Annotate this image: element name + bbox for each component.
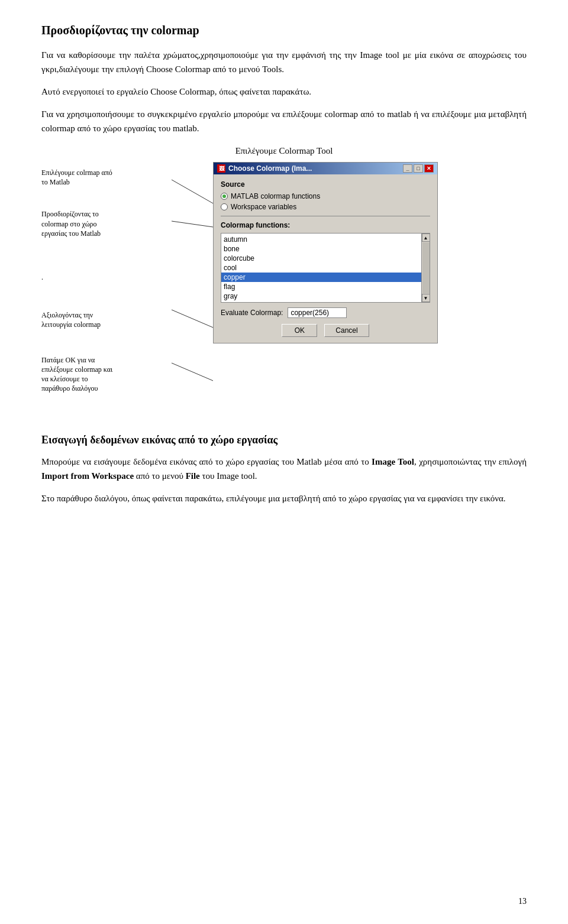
separator [221,216,430,216]
paragraph-3: Για να χρησιμοποιήσουμε το συγκεκριμένο … [41,107,527,135]
diagram-labels: Επιλέγουμε colrmap απότο Matlab Προσδιορ… [41,162,166,416]
scroll-up-arrow[interactable]: ▲ [422,234,430,242]
dialog-buttons: OK Cancel [221,324,430,337]
choose-colormap-dialog: 🖼 Choose Colormap (Ima... _ □ ✕ Source M… [213,162,438,343]
ok-button[interactable]: OK [282,324,317,337]
radio-matlab-label: MATLAB colormap functions [231,192,320,200]
center-label: Επιλέγουμε Colormap Tool [41,146,527,156]
dialog-content: Source MATLAB colormap functions Workspa… [214,174,437,343]
page-title: Προσδιορίζοντας την colormap [41,24,527,37]
colormap-item-copper[interactable]: copper [221,273,421,282]
connector-lines [166,168,213,416]
maximize-button[interactable]: □ [414,164,423,173]
svg-line-1 [172,221,213,227]
colormap-item-autumn[interactable]: autumn [221,235,421,244]
dialog-icon: 🖼 [217,164,225,173]
diagram-label-5: Πατάμε ΟΚ για ναεπιλέξουμε colormap καιν… [41,355,166,394]
colormap-item-cool[interactable]: cool [221,263,421,273]
colormap-list-container[interactable]: autumn bone colorcube cool copper flag g… [221,233,430,303]
minimize-button[interactable]: _ [403,164,412,173]
svg-line-3 [172,363,213,381]
section2-paragraph-2: Στο παράθυρο διαλόγου, όπως φαίνεται παρ… [41,491,527,505]
page-number: 13 [518,897,527,906]
paragraph-1: Για να καθορίσουμε την παλέτα χρώματος,χ… [41,48,527,76]
scrollbar[interactable]: ▲ ▼ [421,234,430,302]
close-button[interactable]: ✕ [424,164,434,173]
section2-heading: Εισαγωγή δεδομένων εικόνας από το χώρο ε… [41,434,527,446]
radio-workspace[interactable]: Workspace variables [221,203,430,211]
diagram-area: Επιλέγουμε colrmap απότο Matlab Προσδιορ… [41,162,527,416]
dialog-titlebar: 🖼 Choose Colormap (Ima... _ □ ✕ [214,163,437,174]
source-label: Source [221,180,430,189]
radio-matlab[interactable]: MATLAB colormap functions [221,192,430,200]
colormap-item-bone[interactable]: bone [221,244,421,254]
colormap-list[interactable]: autumn bone colorcube cool copper flag g… [221,234,421,302]
paragraph-2: Αυτό ενεργοποιεί το εργαλείο Choose Colo… [41,85,527,99]
eval-label: Evaluate Colormap: [221,309,283,317]
colormap-item-flag[interactable]: flag [221,282,421,291]
scroll-down-arrow[interactable]: ▼ [422,294,430,302]
section2-paragraph-1: Μπορούμε να εισάγουμε δεδομένα εικόνας α… [41,455,527,483]
dialog-title: Choose Colormap (Ima... [228,164,312,173]
titlebar-buttons[interactable]: _ □ ✕ [403,164,434,173]
colormap-functions-label: Colormap functions: [221,221,430,229]
radio-matlab-dot[interactable] [221,193,228,200]
scroll-thumb[interactable] [422,242,430,293]
diagram-label-1: Επιλέγουμε colrmap απότο Matlab [41,168,166,187]
diagram-label-2: Προσδιορίζοντας τοcolormap στο χώροεργασ… [41,209,166,238]
eval-input[interactable] [288,307,347,318]
eval-row: Evaluate Colormap: [221,307,430,318]
colormap-item-gray[interactable]: gray [221,291,421,301]
radio-workspace-dot[interactable] [221,203,228,210]
svg-line-2 [172,310,213,328]
diagram-label-3: . [41,273,166,282]
diagram-label-4: Αξιολογόντας τηνλειτουργία colormap [41,310,166,329]
svg-line-0 [172,180,213,203]
colormap-item-colorcube[interactable]: colorcube [221,254,421,263]
titlebar-left: 🖼 Choose Colormap (Ima... [217,164,312,173]
cancel-button[interactable]: Cancel [324,324,369,337]
radio-workspace-label: Workspace variables [231,203,296,211]
